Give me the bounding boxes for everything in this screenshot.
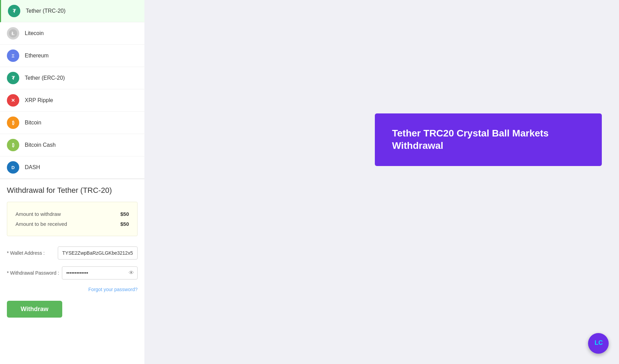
wallet-address-input[interactable] [58, 246, 138, 260]
currency-name-bitcoin: Bitcoin [25, 120, 41, 126]
svg-text:₮: ₮ [12, 75, 15, 81]
svg-text:D: D [11, 165, 14, 170]
currency-name-bitcoin-cash: Bitcoin Cash [25, 142, 56, 148]
left-panel: ₮ Tether (TRC-20) Ł Litecoin [0, 0, 144, 364]
banner-text: Tether TRC20 Crystal Ball Markets Withdr… [392, 127, 585, 152]
withdrawal-title: Withdrawal for Tether (TRC-20) [7, 186, 138, 195]
svg-text:₮: ₮ [13, 8, 16, 14]
currency-name-ethereum: Ethereum [25, 53, 48, 59]
svg-text:₿: ₿ [12, 143, 14, 148]
wallet-address-label: * Wallet Address : [7, 250, 55, 256]
currency-item-dash[interactable]: D DASH [0, 156, 144, 179]
withdrawal-section: Withdrawal for Tether (TRC-20) Amount to… [0, 179, 144, 328]
promo-banner: Tether TRC20 Crystal Ball Markets Withdr… [375, 113, 602, 166]
amount-receive-value: $50 [120, 221, 129, 227]
currency-item-litecoin[interactable]: Ł Litecoin [0, 22, 144, 45]
svg-text:LC: LC [595, 339, 603, 346]
amount-withdraw-value: $50 [120, 211, 129, 217]
tether-erc20-icon: ₮ [7, 72, 19, 84]
currency-list: ₮ Tether (TRC-20) Ł Litecoin [0, 0, 144, 179]
svg-text:Ł: Ł [12, 31, 15, 36]
currency-name-tether-erc20: Tether (ERC-20) [25, 75, 65, 81]
chat-button[interactable]: LC [588, 333, 609, 354]
svg-text:₿: ₿ [12, 120, 14, 125]
currency-item-ethereum[interactable]: Ξ Ethereum [0, 45, 144, 67]
dash-icon: D [7, 161, 19, 174]
amount-receive-row: Amount to be received $50 [15, 219, 129, 229]
amount-withdraw-label: Amount to withdraw [15, 211, 61, 217]
chat-icon: LC [593, 337, 604, 350]
tether-trc20-icon: ₮ [8, 5, 20, 17]
currency-item-bitcoin[interactable]: ₿ Bitcoin [0, 112, 144, 134]
currency-name-xrp: XRP Ripple [25, 97, 53, 103]
right-panel: Tether TRC20 Crystal Ball Markets Withdr… [144, 0, 619, 364]
password-wrapper: 👁 [62, 266, 138, 279]
withdrawal-password-label: * Withdrawal Password : [7, 270, 59, 276]
forgot-password-container: Forgot your password? [7, 286, 138, 293]
wallet-address-field: * Wallet Address : [7, 246, 138, 260]
bitcoin-cash-icon: ₿ [7, 139, 19, 151]
withdraw-button[interactable]: Withdraw [7, 301, 62, 318]
currency-name-tether-trc20: Tether (TRC-20) [26, 8, 66, 14]
show-password-icon[interactable]: 👁 [129, 270, 134, 276]
bitcoin-icon: ₿ [7, 117, 19, 129]
currency-name-dash: DASH [25, 164, 40, 170]
currency-item-xrp[interactable]: ✕ XRP Ripple [0, 89, 144, 112]
currency-name-litecoin: Litecoin [25, 30, 44, 36]
withdrawal-password-input[interactable] [62, 266, 138, 279]
svg-text:Ξ: Ξ [12, 53, 14, 58]
litecoin-icon: Ł [7, 27, 19, 40]
currency-item-bitcoin-cash[interactable]: ₿ Bitcoin Cash [0, 134, 144, 156]
xrp-icon: ✕ [7, 94, 19, 107]
forgot-password-link[interactable]: Forgot your password? [88, 287, 138, 292]
amount-box: Amount to withdraw $50 Amount to be rece… [7, 202, 138, 236]
svg-text:✕: ✕ [11, 98, 15, 103]
amount-withdraw-row: Amount to withdraw $50 [15, 209, 129, 219]
main-layout: ₮ Tether (TRC-20) Ł Litecoin [0, 0, 619, 364]
withdrawal-password-field: * Withdrawal Password : 👁 [7, 266, 138, 279]
currency-item-tether-trc20[interactable]: ₮ Tether (TRC-20) [0, 0, 144, 22]
currency-item-tether-erc20[interactable]: ₮ Tether (ERC-20) [0, 67, 144, 89]
ethereum-icon: Ξ [7, 49, 19, 62]
amount-receive-label: Amount to be received [15, 221, 67, 227]
